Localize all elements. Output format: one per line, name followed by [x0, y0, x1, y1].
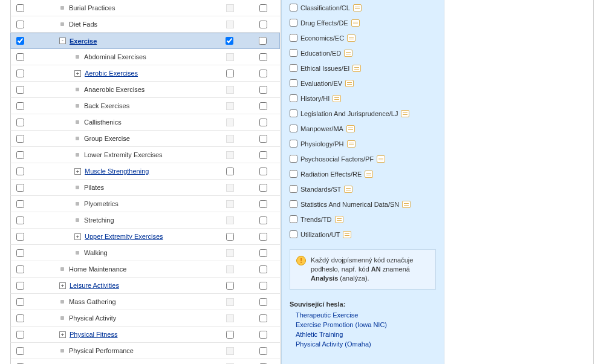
row-select-checkbox[interactable] — [16, 21, 24, 28]
major-checkbox[interactable] — [259, 314, 267, 322]
row-select-checkbox[interactable] — [16, 102, 24, 110]
major-checkbox[interactable] — [259, 249, 267, 257]
subheading-checkbox[interactable] — [290, 34, 297, 42]
major-checkbox[interactable] — [259, 21, 267, 28]
term-label[interactable]: Exercise — [70, 37, 97, 45]
major-checkbox[interactable] — [259, 233, 267, 241]
major-checkbox[interactable] — [259, 347, 267, 355]
subheading-checkbox[interactable] — [290, 125, 297, 132]
note-icon[interactable] — [377, 155, 385, 163]
row-select-checkbox[interactable] — [16, 37, 24, 45]
subheading-checkbox[interactable] — [290, 79, 297, 87]
related-link[interactable]: Athletic Training — [290, 330, 436, 339]
term-label[interactable]: Muscle Strengthening — [85, 167, 149, 175]
row-select-checkbox[interactable] — [16, 119, 24, 126]
note-icon[interactable] — [365, 171, 373, 178]
note-icon[interactable] — [401, 110, 409, 117]
major-checkbox[interactable] — [259, 216, 267, 224]
note-icon[interactable] — [343, 231, 351, 238]
expand-icon[interactable]: + — [74, 70, 81, 77]
subheading-checkbox[interactable] — [290, 215, 297, 223]
major-checkbox[interactable] — [259, 298, 267, 306]
explode-checkbox[interactable] — [226, 167, 234, 175]
major-checkbox[interactable] — [259, 119, 267, 126]
subheading-checkbox[interactable] — [290, 170, 297, 178]
subheading-checkbox[interactable] — [290, 109, 297, 117]
note-icon[interactable] — [346, 125, 355, 132]
subheading-panel: Classification/CLDrug Effects/DEEconomic… — [281, 0, 444, 364]
explode-checkbox[interactable] — [226, 37, 233, 45]
subheading-checkbox[interactable] — [290, 94, 297, 102]
row-select-checkbox[interactable] — [16, 331, 24, 339]
note-icon[interactable] — [347, 140, 356, 148]
major-checkbox[interactable] — [259, 331, 267, 339]
row-select-checkbox[interactable] — [16, 151, 24, 159]
note-icon[interactable] — [344, 50, 352, 57]
explode-checkbox[interactable] — [226, 282, 234, 290]
subheading-checkbox[interactable] — [290, 200, 297, 208]
explode-checkbox[interactable] — [226, 70, 234, 77]
explode-checkbox[interactable] — [226, 331, 234, 339]
related-link[interactable]: Exercise Promotion (Iowa NIC) — [290, 320, 436, 330]
note-icon[interactable] — [347, 34, 356, 42]
subheading-checkbox[interactable] — [290, 49, 297, 57]
row-select-checkbox[interactable] — [16, 265, 24, 273]
row-select-checkbox[interactable] — [16, 249, 24, 257]
row-select-checkbox[interactable] — [16, 347, 24, 355]
tree-row: Plyometrics — [10, 196, 280, 212]
note-icon[interactable] — [335, 216, 343, 223]
note-icon[interactable] — [351, 19, 360, 27]
row-select-checkbox[interactable] — [16, 135, 24, 143]
row-select-checkbox[interactable] — [16, 298, 24, 306]
term-label[interactable]: Physical Fitness — [70, 331, 117, 338]
row-select-checkbox[interactable] — [16, 216, 24, 224]
subheading-checkbox[interactable] — [290, 4, 297, 11]
row-select-checkbox[interactable] — [16, 184, 24, 192]
row-select-checkbox[interactable] — [16, 167, 24, 175]
subheading-checkbox[interactable] — [290, 155, 297, 163]
expand-icon[interactable]: + — [59, 282, 66, 289]
term-label[interactable]: Leisure Activities — [70, 282, 119, 289]
subheading-checkbox[interactable] — [290, 64, 297, 72]
collapse-icon[interactable]: - — [59, 37, 66, 44]
note-icon[interactable] — [333, 95, 341, 102]
row-select-checkbox[interactable] — [16, 4, 24, 12]
subheading-checkbox[interactable] — [290, 230, 297, 238]
expand-icon[interactable]: + — [74, 168, 81, 175]
major-checkbox[interactable] — [259, 265, 267, 273]
major-checkbox[interactable] — [259, 151, 267, 159]
major-checkbox[interactable] — [259, 167, 267, 175]
major-checkbox[interactable] — [259, 86, 267, 94]
note-icon[interactable] — [402, 201, 411, 208]
subheading-checkbox[interactable] — [290, 19, 297, 27]
row-select-checkbox[interactable] — [16, 233, 24, 241]
major-checkbox[interactable] — [259, 53, 267, 61]
term-label[interactable]: Aerobic Exercises — [85, 70, 138, 77]
major-checkbox[interactable] — [259, 37, 267, 45]
major-checkbox[interactable] — [259, 200, 267, 208]
row-select-checkbox[interactable] — [16, 200, 24, 208]
expand-icon[interactable]: + — [59, 331, 66, 338]
major-checkbox[interactable] — [259, 184, 267, 192]
major-checkbox[interactable] — [259, 282, 267, 290]
major-checkbox[interactable] — [259, 102, 267, 110]
row-select-checkbox[interactable] — [16, 314, 24, 322]
note-icon[interactable] — [353, 4, 362, 11]
note-icon[interactable] — [352, 65, 361, 72]
row-select-checkbox[interactable] — [16, 70, 24, 77]
related-link[interactable]: Therapeutic Exercise — [290, 310, 436, 320]
subheading-checkbox[interactable] — [290, 140, 297, 148]
term-label[interactable]: Upper Extremity Exercises — [85, 233, 163, 240]
row-select-checkbox[interactable] — [16, 282, 24, 290]
note-icon[interactable] — [345, 80, 354, 87]
row-select-checkbox[interactable] — [16, 86, 24, 94]
explode-checkbox[interactable] — [226, 233, 234, 241]
subheading-checkbox[interactable] — [290, 185, 297, 193]
major-checkbox[interactable] — [259, 135, 267, 143]
major-checkbox[interactable] — [259, 4, 267, 12]
expand-icon[interactable]: + — [74, 233, 81, 240]
major-checkbox[interactable] — [259, 70, 267, 77]
row-select-checkbox[interactable] — [16, 53, 24, 61]
note-icon[interactable] — [344, 186, 352, 193]
related-link[interactable]: Physical Activity (Omaha) — [290, 339, 436, 349]
